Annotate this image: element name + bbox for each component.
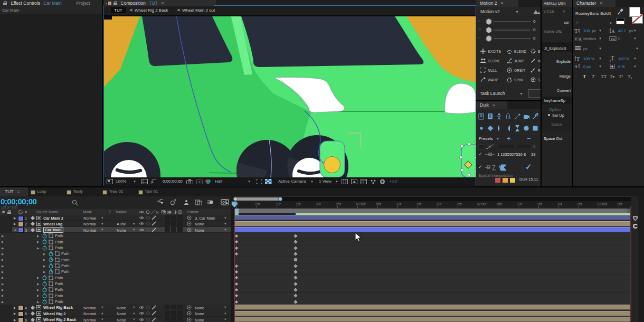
eye-icon[interactable] bbox=[139, 216, 145, 220]
layer-name[interactable]: Wheel Rig Back bbox=[43, 305, 73, 310]
switch-cell[interactable] bbox=[165, 227, 170, 232]
slider-track[interactable] bbox=[494, 38, 531, 39]
motion-blur-toggle[interactable] bbox=[151, 221, 156, 226]
layer-name[interactable]: Wheel Rig 2 bbox=[43, 311, 66, 316]
character-field[interactable]: VA0▼ bbox=[609, 35, 643, 43]
twirl-arrow[interactable]: ▶ bbox=[43, 258, 45, 261]
path-property-row[interactable]: ▶▶Path bbox=[0, 299, 231, 305]
parent-pickwhip-icon[interactable] bbox=[187, 215, 192, 220]
layer-name[interactable]: Car Main bbox=[43, 227, 63, 233]
keyframe-circle[interactable] bbox=[293, 258, 298, 262]
font-family-dropdown[interactable]: RooneySans-BoldIt bbox=[575, 11, 611, 16]
parent-pickwhip-icon[interactable] bbox=[187, 221, 192, 226]
mode-value[interactable]: Normal bbox=[83, 228, 96, 233]
twirl-arrow[interactable]: ▶ bbox=[37, 247, 39, 250]
parent-value[interactable]: None bbox=[195, 311, 204, 316]
switch-cell[interactable] bbox=[177, 221, 183, 226]
motion-button-n[interactable]: N bbox=[531, 58, 541, 65]
parent-pickwhip-icon[interactable] bbox=[187, 228, 192, 232]
switch-cell[interactable] bbox=[177, 215, 183, 220]
path-property-row[interactable]: ▶▶Path bbox=[0, 239, 231, 244]
type-all-caps-button[interactable]: TT bbox=[601, 74, 607, 79]
audio-toggle[interactable] bbox=[146, 311, 150, 315]
column-mode[interactable]: Mode bbox=[83, 210, 92, 214]
effect-controls-layer-row[interactable]: Car Main bbox=[0, 7, 102, 14]
keyframe-diamond[interactable] bbox=[293, 234, 298, 238]
type-small-caps-button[interactable]: Tᴛ bbox=[610, 74, 614, 79]
twirl-arrow[interactable]: ▶ bbox=[2, 276, 4, 279]
motion-button-bl[interactable]: BL bbox=[531, 49, 541, 55]
twirl-arrow[interactable]: ▶ bbox=[14, 318, 16, 321]
label-swatch[interactable] bbox=[503, 178, 508, 183]
motion-blur-toggle[interactable] bbox=[151, 317, 156, 322]
path-property-row[interactable]: ▶▶Path bbox=[0, 281, 231, 287]
layer-duration-bar[interactable] bbox=[234, 311, 631, 316]
twirl-arrow[interactable]: ▶ bbox=[37, 300, 39, 304]
path-anchor-dot[interactable] bbox=[324, 157, 340, 173]
roi-icon[interactable] bbox=[256, 179, 262, 184]
fx-icon[interactable]: fx bbox=[156, 210, 161, 215]
parent-value[interactable]: None bbox=[195, 222, 204, 226]
layer-row[interactable]: ▼3Car MainNormal▼None▼None▼ bbox=[0, 227, 231, 233]
slider-knob[interactable] bbox=[486, 35, 492, 42]
stopwatch-icon[interactable] bbox=[42, 275, 47, 280]
time-ruler[interactable]: 0f05f10f15f20f25f01:00f05f10f15f20f25f02… bbox=[234, 201, 631, 209]
twirl-arrow[interactable]: ▶ bbox=[2, 247, 4, 250]
duik-bones-icon[interactable] bbox=[505, 113, 512, 120]
resolution-dropdown[interactable]: Half bbox=[215, 179, 222, 184]
mode-value[interactable]: Normal bbox=[83, 311, 96, 316]
aemap-space-out-button[interactable]: Space Out bbox=[544, 136, 562, 141]
stopwatch-icon[interactable] bbox=[49, 263, 53, 269]
motion-button-r[interactable]: R bbox=[531, 68, 541, 74]
slider-track[interactable] bbox=[494, 21, 531, 22]
duik-autorig-icon[interactable] bbox=[496, 113, 503, 120]
stopwatch-icon[interactable] bbox=[49, 251, 53, 257]
duik-key-hold-icon[interactable] bbox=[514, 125, 520, 132]
aemap-merge-button[interactable]: Merge bbox=[560, 74, 571, 79]
motion-blur-toggle[interactable] bbox=[151, 228, 156, 232]
search-input[interactable] bbox=[79, 199, 156, 206]
hide-shy-icon[interactable] bbox=[183, 199, 190, 205]
column-trkmat[interactable]: TrkMat bbox=[115, 210, 127, 214]
panel-menu-icon[interactable]: ≡ bbox=[17, 190, 20, 194]
twirl-arrow[interactable]: ▶ bbox=[14, 216, 16, 220]
grid-guides-icon[interactable] bbox=[150, 179, 157, 184]
breadcrumb-item[interactable]: Wheel Main 2 out bbox=[182, 8, 215, 13]
layer-row[interactable]: ▶5Wheel Rig 2Normal▼None▼None▼ bbox=[0, 310, 231, 316]
lock-cell[interactable] bbox=[6, 215, 12, 220]
audio-toggle[interactable] bbox=[146, 228, 150, 232]
eyedropper-icon[interactable] bbox=[617, 8, 623, 15]
audio-icon[interactable] bbox=[146, 210, 151, 215]
path-property-row[interactable]: ▶▶Path bbox=[0, 263, 231, 269]
duik-notebook-icon[interactable] bbox=[487, 113, 494, 120]
motion-preset-row[interactable]: Motion v2 ▼ bbox=[476, 7, 541, 16]
duik-ease-slider2[interactable] bbox=[517, 145, 530, 148]
duik-add-button[interactable]: + bbox=[507, 135, 511, 143]
keyframe-diamond[interactable] bbox=[293, 264, 298, 268]
twirl-arrow[interactable]: ▶ bbox=[2, 264, 4, 268]
twirl-arrow[interactable]: ▶ bbox=[43, 264, 45, 268]
keyframe-diamond[interactable] bbox=[293, 270, 298, 274]
time-navigator[interactable] bbox=[234, 197, 631, 201]
mode-value[interactable]: Normal bbox=[83, 216, 96, 221]
stopwatch-icon[interactable] bbox=[42, 239, 47, 244]
switch-cell[interactable] bbox=[165, 311, 170, 316]
car-window-front[interactable] bbox=[241, 15, 423, 67]
twirl-arrow[interactable]: ▶ bbox=[2, 282, 4, 286]
column-number[interactable]: # bbox=[25, 210, 27, 214]
twirl-arrow[interactable]: ▶ bbox=[37, 288, 39, 291]
trkmat-value[interactable]: A.Inv bbox=[117, 222, 126, 226]
motion-button-st[interactable]: ST bbox=[531, 77, 541, 84]
parent-value[interactable]: None bbox=[195, 306, 204, 310]
stopwatch-icon[interactable] bbox=[42, 293, 47, 298]
twirl-arrow[interactable]: ▶ bbox=[14, 306, 16, 309]
type-superscript-button[interactable]: T¹ bbox=[619, 74, 623, 79]
stopwatch-icon[interactable] bbox=[42, 281, 47, 287]
keyframe-diamond[interactable] bbox=[293, 282, 298, 286]
lock-cell[interactable] bbox=[6, 305, 12, 310]
comp-button-icon[interactable] bbox=[632, 223, 638, 229]
twirl-arrow[interactable]: ▶ bbox=[43, 252, 45, 255]
layer-duration-bar[interactable] bbox=[234, 227, 631, 232]
layer-row[interactable]: ▶1Car Main 2Normal▼3. Car Main▼ bbox=[0, 215, 231, 221]
keyframe-diamond[interactable] bbox=[293, 246, 298, 250]
